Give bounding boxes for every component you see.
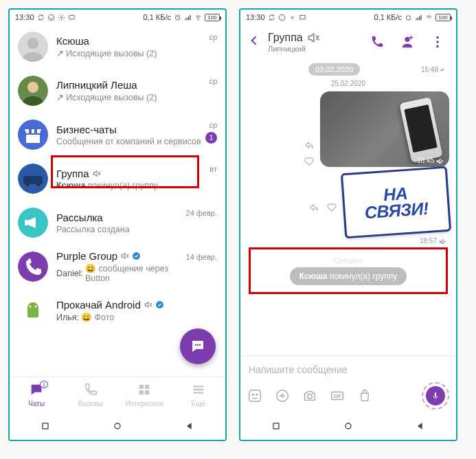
recent-icon[interactable]: [271, 421, 282, 432]
sync-icon: [37, 14, 45, 21]
home-icon[interactable]: [112, 421, 123, 432]
svg-rect-17: [25, 220, 27, 225]
mic-button[interactable]: [422, 382, 449, 410]
recent-icon[interactable]: [40, 421, 51, 432]
back-icon[interactable]: [415, 421, 426, 432]
chat-body[interactable]: 03.02.2020 15:48 25.02.2020 18:45: [240, 59, 456, 355]
home-icon[interactable]: [343, 421, 354, 432]
chat-row[interactable]: Ксюша↗ Исходящие вызовы (2)ср: [10, 25, 225, 69]
svg-rect-30: [145, 390, 149, 394]
whatsapp-icon: [278, 14, 286, 21]
sync-icon: [268, 14, 275, 21]
chat-title-block[interactable]: Группа Липницкий: [268, 31, 359, 53]
avatar: [18, 32, 48, 62]
chat-row[interactable]: Прокачай AndroidИлья: 😀 Фото: [10, 289, 225, 333]
svg-rect-28: [145, 385, 149, 389]
tab-Интересное[interactable]: Интересное: [117, 377, 172, 412]
chat-row[interactable]: Липницкий Леша↗ Исходящие вызовы (2)ср: [10, 69, 225, 113]
chat-row[interactable]: РассылкаРассылка создана24 февр.: [10, 201, 225, 245]
shop-icon[interactable]: [357, 388, 372, 403]
unread-badge: 1: [205, 132, 217, 144]
sticker-bubble[interactable]: НАСВЯЗИ!: [341, 166, 451, 239]
verified-icon: [155, 300, 164, 309]
sticker-message[interactable]: НАСВЯЗИ! 18:57: [247, 170, 449, 245]
signal-icon: [415, 14, 422, 21]
status-time: 13:30: [246, 13, 265, 21]
photo-time: 18:45: [417, 157, 434, 164]
svg-text:GIF: GIF: [334, 394, 341, 399]
chat-time: ср: [209, 77, 217, 85]
wifi-icon: [425, 14, 433, 21]
photo-message[interactable]: 18:45: [247, 91, 449, 167]
checks-icon: [435, 156, 444, 164]
status-bar: 13:30 0,1 КБ/с 100: [240, 10, 456, 25]
svg-point-51: [345, 423, 351, 429]
svg-point-1: [60, 16, 63, 19]
highlight-event: Сегодня Ксюша покинул(а) группу: [249, 247, 448, 294]
net-speed: 0,1 КБ/с: [143, 13, 171, 21]
tab-Вызовы[interactable]: Вызовы: [64, 377, 118, 412]
svg-rect-50: [273, 423, 279, 429]
svg-point-37: [405, 37, 409, 42]
svg-point-6: [27, 38, 38, 49]
today-label: Сегодня: [260, 256, 436, 265]
chat-header: Группа Липницкий: [240, 25, 456, 59]
more-button[interactable]: [426, 34, 449, 49]
tab-Ещё[interactable]: Ещё: [172, 377, 226, 412]
new-chat-fab[interactable]: [180, 328, 216, 364]
avatar: [18, 295, 48, 326]
add-user-button[interactable]: [396, 34, 419, 49]
plus-icon[interactable]: [275, 388, 290, 403]
share-icon[interactable]: [308, 202, 319, 213]
chat-title: Бизнес-чаты: [56, 124, 117, 135]
right-screen: 13:30 0,1 КБ/с 100 Группа Липницкий: [239, 8, 457, 441]
tab-Чаты[interactable]: 1Чаты: [10, 377, 64, 412]
chat-row[interactable]: Purple GroupDaniel: 😀 сообщение через Bu…: [10, 245, 225, 289]
date-pill: 03.02.2020: [308, 63, 360, 76]
svg-rect-11: [34, 129, 37, 135]
photo-bubble[interactable]: 18:45: [320, 91, 449, 167]
chat-subtitle: Daniel: 😀 сообщение через Button: [56, 263, 186, 283]
svg-rect-35: [299, 15, 304, 19]
screen-icon: [68, 14, 76, 21]
smile-icon[interactable]: [247, 388, 262, 403]
alarm-icon: [174, 14, 181, 21]
svg-rect-29: [139, 390, 144, 394]
svg-rect-49: [435, 392, 436, 396]
chat-title: Рассылка: [56, 212, 103, 223]
composer: Напишите сообщение GIF: [240, 355, 456, 412]
call-button[interactable]: [365, 34, 389, 49]
status-time: 13:30: [15, 13, 34, 21]
left-screen: 13:30 0,1 КБ/с 100 Ксюша↗ Исходящие вызо…: [8, 8, 227, 441]
gear-icon: [288, 14, 296, 21]
heart-icon[interactable]: [304, 156, 315, 167]
svg-point-44: [256, 394, 258, 395]
back-button[interactable]: [247, 34, 261, 50]
chat-subtitle: Липницкий: [268, 45, 359, 53]
svg-point-41: [436, 45, 439, 48]
svg-rect-42: [249, 390, 261, 402]
date-divider: 25.02.2020: [247, 80, 449, 87]
chat-subtitle: Рассылка создана: [56, 225, 186, 234]
chat-time: вт: [209, 165, 217, 173]
highlight-box: [51, 155, 199, 188]
battery-icon: 100: [205, 14, 220, 21]
speaker-off-icon: [120, 251, 129, 260]
chat-list[interactable]: Ксюша↗ Исходящие вызовы (2)срЛипницкий Л…: [10, 25, 225, 377]
chat-title: Ксюша: [56, 35, 89, 47]
prev-msg-time: 15:48: [421, 66, 449, 74]
compose-input[interactable]: Напишите сообщение: [247, 361, 449, 382]
avatar: [18, 164, 48, 194]
svg-point-34: [291, 16, 293, 19]
speaker-off-icon: [306, 31, 320, 45]
chat-subtitle: ↗ Исходящие вызовы (2): [56, 92, 209, 102]
android-nav: [240, 412, 456, 440]
chat-row[interactable]: Бизнес-чатыСообщения от компаний и серви…: [10, 113, 225, 157]
back-icon[interactable]: [184, 421, 195, 432]
share-icon[interactable]: [304, 139, 315, 150]
system-event-chip: Ксюша покинул(а) группу: [290, 267, 407, 285]
avatar: [18, 76, 48, 106]
heart-icon[interactable]: [326, 202, 337, 213]
gif-icon[interactable]: GIF: [330, 388, 345, 403]
camera-icon[interactable]: [302, 388, 317, 403]
